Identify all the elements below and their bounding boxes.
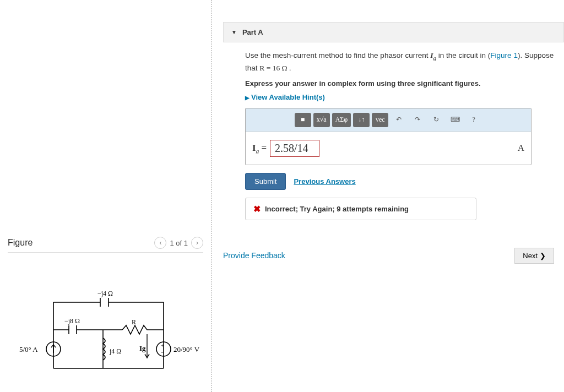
figure-pager: ‹ 1 of 1 › [154, 237, 203, 249]
tool-help[interactable]: ? [465, 113, 482, 127]
submit-row: Submit Previous Answers [245, 173, 564, 190]
figure-title: Figure [8, 238, 32, 248]
previous-answers-link[interactable]: Previous Answers [294, 177, 355, 186]
pager-text: 1 of 1 [170, 239, 188, 247]
tool-undo[interactable]: ↶ [391, 113, 407, 127]
tool-greek[interactable]: ΑΣφ [332, 113, 351, 127]
instruction-text: Express your answer in complex form usin… [245, 79, 564, 88]
triangle-right-icon: ▶ [245, 95, 250, 101]
answer-unit: A [518, 143, 524, 154]
label-left-cap: −j8 Ω [64, 317, 80, 325]
caret-down-icon: ▼ [231, 29, 237, 35]
svg-text:−: − [161, 350, 164, 356]
part-header[interactable]: ▼ Part A [223, 22, 564, 42]
incorrect-icon: ✖ [253, 204, 261, 214]
prompt-text: Use the mesh-current method to find the … [245, 50, 564, 74]
pager-prev[interactable]: ‹ [154, 237, 166, 249]
left-pane: Figure ‹ 1 of 1 › [0, 0, 212, 392]
label-ig: Ig [139, 344, 146, 352]
feedback-text: Incorrect; Try Again; 9 attempts remaini… [265, 205, 409, 213]
provide-feedback-link[interactable]: Provide Feedback [223, 251, 285, 260]
chevron-right-icon: ❯ [540, 252, 546, 260]
footer-row: Provide Feedback Next ❯ [223, 248, 564, 264]
circuit-diagram: + − −j4 Ω −j8 Ω R j4 Ω Ig 5/0° A 20/90° … [8, 286, 203, 386]
right-pane: ▼ Part A Use the mesh-current method to … [212, 0, 564, 392]
answer-box: ■ x√a ΑΣφ ↓↑ vec ↶ ↷ ↻ ⌨ ? Ig = 2.58/14 … [245, 108, 532, 165]
hints-toggle[interactable]: ▶View Available Hint(s) [245, 93, 564, 101]
submit-button[interactable]: Submit [245, 173, 286, 190]
tool-templates[interactable]: ■ [295, 113, 311, 127]
tool-reset[interactable]: ↻ [428, 113, 444, 127]
pager-next[interactable]: › [191, 237, 203, 249]
tool-radical[interactable]: x√a [313, 113, 330, 127]
tool-keyboard[interactable]: ⌨ [447, 113, 463, 127]
label-top-cap: −j4 Ω [97, 290, 113, 297]
next-button[interactable]: Next ❯ [514, 248, 554, 264]
label-resistor: R [132, 318, 136, 326]
figure-link[interactable]: Figure 1 [490, 51, 518, 59]
answer-input[interactable]: 2.58/14 [270, 140, 319, 157]
label-src-right: 20/90° V [173, 345, 200, 353]
svg-text:+: + [161, 342, 164, 349]
tool-subscript[interactable]: ↓↑ [353, 113, 370, 127]
answer-variable: Ig = [252, 143, 267, 154]
part-title: Part A [242, 28, 263, 36]
label-src-left: 5/0° A [19, 345, 38, 353]
answer-line: Ig = 2.58/14 A [246, 132, 531, 165]
feedback-box: ✖ Incorrect; Try Again; 9 attempts remai… [245, 198, 476, 220]
tool-vector[interactable]: vec [372, 113, 388, 127]
label-inductor: j4 Ω [109, 347, 121, 355]
tool-redo[interactable]: ↷ [409, 113, 426, 127]
answer-toolbar: ■ x√a ΑΣφ ↓↑ vec ↶ ↷ ↻ ⌨ ? [246, 108, 531, 132]
figure-header: Figure ‹ 1 of 1 › [8, 237, 203, 253]
